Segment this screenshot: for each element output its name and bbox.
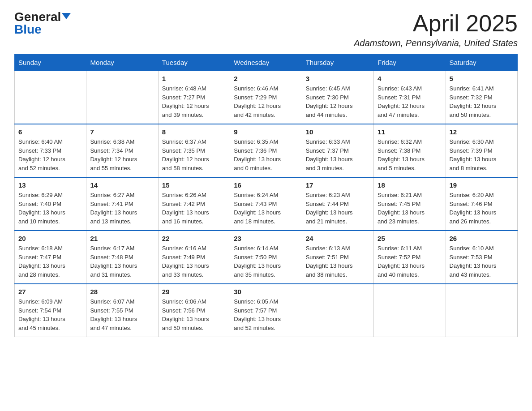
day-info: Sunrise: 6:13 AMSunset: 7:51 PMDaylight:… [306, 244, 370, 279]
calendar-day-cell: 19Sunrise: 6:20 AMSunset: 7:46 PMDayligh… [446, 177, 517, 231]
day-number: 2 [234, 75, 298, 82]
day-number: 23 [234, 235, 298, 242]
calendar-day-cell [15, 71, 86, 124]
day-info: Sunrise: 6:21 AMSunset: 7:45 PMDaylight:… [378, 191, 442, 226]
day-info: Sunrise: 6:43 AMSunset: 7:31 PMDaylight:… [378, 84, 442, 119]
day-number: 4 [378, 75, 442, 82]
calendar-header-monday: Monday [86, 54, 158, 71]
calendar-week-row: 27Sunrise: 6:09 AMSunset: 7:54 PMDayligh… [15, 284, 518, 337]
day-info: Sunrise: 6:07 AMSunset: 7:55 PMDaylight:… [90, 297, 154, 332]
calendar-day-cell: 21Sunrise: 6:17 AMSunset: 7:48 PMDayligh… [86, 231, 158, 284]
calendar-day-cell [302, 284, 373, 337]
day-info: Sunrise: 6:29 AMSunset: 7:40 PMDaylight:… [18, 191, 82, 226]
calendar-day-cell: 17Sunrise: 6:23 AMSunset: 7:44 PMDayligh… [302, 177, 373, 231]
day-number: 18 [378, 181, 442, 189]
page-header: General Blue April 2025 Adamstown, Penns… [14, 11, 518, 48]
calendar-day-cell: 30Sunrise: 6:05 AMSunset: 7:57 PMDayligh… [230, 284, 302, 337]
day-number: 6 [18, 128, 82, 136]
day-info: Sunrise: 6:46 AMSunset: 7:29 PMDaylight:… [234, 84, 298, 119]
calendar-day-cell [374, 284, 446, 337]
day-number: 11 [378, 128, 442, 136]
day-info: Sunrise: 6:06 AMSunset: 7:56 PMDaylight:… [162, 297, 226, 332]
calendar-day-cell: 4Sunrise: 6:43 AMSunset: 7:31 PMDaylight… [374, 71, 446, 124]
calendar-day-cell: 3Sunrise: 6:45 AMSunset: 7:30 PMDaylight… [302, 71, 373, 124]
logo-general: General [14, 11, 61, 23]
calendar-day-cell: 28Sunrise: 6:07 AMSunset: 7:55 PMDayligh… [86, 284, 158, 337]
calendar-week-row: 20Sunrise: 6:18 AMSunset: 7:47 PMDayligh… [15, 231, 518, 284]
day-info: Sunrise: 6:48 AMSunset: 7:27 PMDaylight:… [162, 84, 226, 119]
day-info: Sunrise: 6:23 AMSunset: 7:44 PMDaylight:… [306, 191, 370, 226]
day-info: Sunrise: 6:16 AMSunset: 7:49 PMDaylight:… [162, 244, 226, 279]
day-info: Sunrise: 6:41 AMSunset: 7:32 PMDaylight:… [450, 84, 514, 119]
calendar-day-cell: 23Sunrise: 6:14 AMSunset: 7:50 PMDayligh… [230, 231, 302, 284]
logo-triangle-icon [62, 13, 71, 19]
month-title: April 2025 [354, 11, 518, 36]
calendar-day-cell: 15Sunrise: 6:26 AMSunset: 7:42 PMDayligh… [158, 177, 230, 231]
day-number: 16 [234, 181, 298, 189]
day-info: Sunrise: 6:09 AMSunset: 7:54 PMDaylight:… [18, 297, 82, 332]
calendar-day-cell: 9Sunrise: 6:35 AMSunset: 7:36 PMDaylight… [230, 124, 302, 177]
calendar-day-cell [86, 71, 158, 124]
day-number: 30 [234, 288, 298, 295]
calendar-header-thursday: Thursday [302, 54, 373, 71]
day-number: 13 [18, 181, 82, 189]
calendar-week-row: 6Sunrise: 6:40 AMSunset: 7:33 PMDaylight… [15, 124, 518, 177]
day-info: Sunrise: 6:35 AMSunset: 7:36 PMDaylight:… [234, 137, 298, 172]
calendar-header-tuesday: Tuesday [158, 54, 230, 71]
title-section: April 2025 Adamstown, Pennsylvania, Unit… [354, 11, 518, 48]
day-info: Sunrise: 6:40 AMSunset: 7:33 PMDaylight:… [18, 137, 82, 172]
location-title: Adamstown, Pennsylvania, United States [354, 38, 518, 48]
calendar-day-cell: 13Sunrise: 6:29 AMSunset: 7:40 PMDayligh… [15, 177, 86, 231]
calendar-week-row: 13Sunrise: 6:29 AMSunset: 7:40 PMDayligh… [15, 177, 518, 231]
day-number: 27 [18, 288, 82, 295]
day-info: Sunrise: 6:11 AMSunset: 7:52 PMDaylight:… [378, 244, 442, 279]
calendar-day-cell: 25Sunrise: 6:11 AMSunset: 7:52 PMDayligh… [374, 231, 446, 284]
day-number: 12 [450, 128, 514, 136]
calendar-day-cell: 26Sunrise: 6:10 AMSunset: 7:53 PMDayligh… [446, 231, 517, 284]
logo: General Blue [14, 11, 71, 36]
calendar-day-cell: 16Sunrise: 6:24 AMSunset: 7:43 PMDayligh… [230, 177, 302, 231]
logo-blue: Blue [14, 23, 42, 36]
day-info: Sunrise: 6:20 AMSunset: 7:46 PMDaylight:… [450, 191, 514, 226]
calendar-week-row: 1Sunrise: 6:48 AMSunset: 7:27 PMDaylight… [15, 71, 518, 124]
day-info: Sunrise: 6:32 AMSunset: 7:38 PMDaylight:… [378, 137, 442, 172]
day-number: 26 [450, 235, 514, 242]
day-info: Sunrise: 6:33 AMSunset: 7:37 PMDaylight:… [306, 137, 370, 172]
calendar-day-cell: 12Sunrise: 6:30 AMSunset: 7:39 PMDayligh… [446, 124, 517, 177]
calendar-day-cell: 2Sunrise: 6:46 AMSunset: 7:29 PMDaylight… [230, 71, 302, 124]
calendar-day-cell: 8Sunrise: 6:37 AMSunset: 7:35 PMDaylight… [158, 124, 230, 177]
calendar-day-cell: 5Sunrise: 6:41 AMSunset: 7:32 PMDaylight… [446, 71, 517, 124]
calendar-day-cell: 14Sunrise: 6:27 AMSunset: 7:41 PMDayligh… [86, 177, 158, 231]
day-info: Sunrise: 6:17 AMSunset: 7:48 PMDaylight:… [90, 244, 154, 279]
day-number: 21 [90, 235, 154, 242]
day-number: 29 [162, 288, 226, 295]
day-number: 7 [90, 128, 154, 136]
calendar-day-cell: 1Sunrise: 6:48 AMSunset: 7:27 PMDaylight… [158, 71, 230, 124]
day-number: 19 [450, 181, 514, 189]
calendar-day-cell: 11Sunrise: 6:32 AMSunset: 7:38 PMDayligh… [374, 124, 446, 177]
calendar-table: SundayMondayTuesdayWednesdayThursdayFrid… [14, 54, 518, 337]
day-number: 25 [378, 235, 442, 242]
day-info: Sunrise: 6:24 AMSunset: 7:43 PMDaylight:… [234, 191, 298, 226]
calendar-day-cell: 29Sunrise: 6:06 AMSunset: 7:56 PMDayligh… [158, 284, 230, 337]
day-info: Sunrise: 6:27 AMSunset: 7:41 PMDaylight:… [90, 191, 154, 226]
calendar-day-cell: 6Sunrise: 6:40 AMSunset: 7:33 PMDaylight… [15, 124, 86, 177]
day-number: 3 [306, 75, 370, 82]
day-info: Sunrise: 6:10 AMSunset: 7:53 PMDaylight:… [450, 244, 514, 279]
calendar-day-cell: 27Sunrise: 6:09 AMSunset: 7:54 PMDayligh… [15, 284, 86, 337]
day-info: Sunrise: 6:14 AMSunset: 7:50 PMDaylight:… [234, 244, 298, 279]
day-number: 14 [90, 181, 154, 189]
calendar-day-cell: 7Sunrise: 6:38 AMSunset: 7:34 PMDaylight… [86, 124, 158, 177]
day-info: Sunrise: 6:18 AMSunset: 7:47 PMDaylight:… [18, 244, 82, 279]
day-info: Sunrise: 6:45 AMSunset: 7:30 PMDaylight:… [306, 84, 370, 119]
calendar-day-cell: 22Sunrise: 6:16 AMSunset: 7:49 PMDayligh… [158, 231, 230, 284]
calendar-header-saturday: Saturday [446, 54, 517, 71]
day-number: 20 [18, 235, 82, 242]
day-number: 22 [162, 235, 226, 242]
day-info: Sunrise: 6:05 AMSunset: 7:57 PMDaylight:… [234, 297, 298, 332]
calendar-body: 1Sunrise: 6:48 AMSunset: 7:27 PMDaylight… [15, 71, 518, 337]
day-number: 28 [90, 288, 154, 295]
calendar-day-cell: 24Sunrise: 6:13 AMSunset: 7:51 PMDayligh… [302, 231, 373, 284]
day-number: 24 [306, 235, 370, 242]
day-info: Sunrise: 6:37 AMSunset: 7:35 PMDaylight:… [162, 137, 226, 172]
